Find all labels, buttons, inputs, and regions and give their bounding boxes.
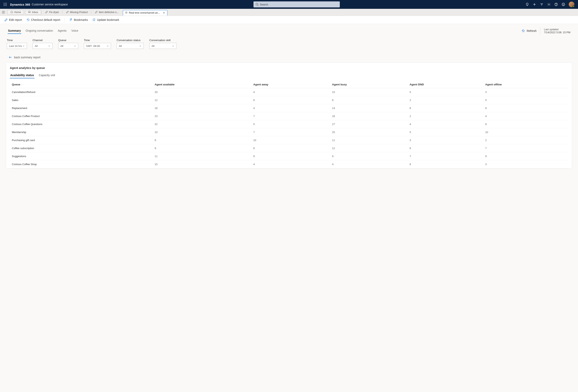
table-row[interactable]: Sales128825 bbox=[10, 96, 568, 104]
table-row[interactable]: Contoso Coffee Shop154483 bbox=[10, 160, 568, 168]
cell-value: 4 bbox=[251, 88, 330, 96]
filter-value: All bbox=[60, 44, 63, 47]
back-link[interactable]: back summary report bbox=[9, 56, 572, 59]
card-title: Agent analytics by queue bbox=[10, 66, 568, 70]
main-tab-voice[interactable]: Voice bbox=[71, 28, 79, 34]
cell-value: 2 bbox=[408, 112, 483, 120]
cell-value: 23 bbox=[152, 112, 251, 120]
cell-value: 8 bbox=[251, 144, 330, 152]
filter-dropdown[interactable]: All bbox=[58, 43, 78, 49]
cell-value: 8 bbox=[330, 96, 408, 104]
tab-home[interactable]: Home bbox=[7, 10, 24, 15]
table-row[interactable]: Coffee subscription981267 bbox=[10, 144, 568, 152]
filter-dropdown[interactable]: All bbox=[33, 43, 52, 49]
cell-value: 7 bbox=[251, 128, 330, 136]
tab-fix-dryer[interactable]: Fix dryer bbox=[42, 10, 62, 15]
table-row[interactable]: Contoso Coffee Questions3252748 bbox=[10, 120, 568, 128]
edit-report-button[interactable]: Edit report bbox=[4, 18, 22, 21]
search-input[interactable]: Search bbox=[253, 1, 340, 7]
avatar[interactable] bbox=[569, 1, 574, 7]
tab-real-time-omnichannel-an-[interactable]: Real time omnichannel an...✕ bbox=[123, 10, 167, 16]
queue-name: Membership bbox=[10, 128, 152, 136]
filter-dropdown[interactable]: GMT -08:00 bbox=[84, 43, 111, 49]
sort-asc-icon: ↑ bbox=[21, 83, 23, 86]
column-header[interactable]: Queue↑ bbox=[10, 81, 152, 88]
filter-label: Channel bbox=[33, 39, 52, 42]
cell-value: 6 bbox=[408, 144, 483, 152]
cell-value: 16 bbox=[330, 112, 408, 120]
close-icon[interactable]: ✕ bbox=[163, 11, 165, 14]
main-tab-agents[interactable]: Agents bbox=[57, 28, 67, 34]
column-header[interactable]: Agent available bbox=[152, 81, 251, 88]
table-row[interactable]: Replacement1641466 bbox=[10, 104, 568, 112]
svg-point-3 bbox=[4, 4, 4, 5]
svg-point-7 bbox=[5, 5, 6, 6]
tab-label: Real time omnichannel an... bbox=[129, 11, 160, 14]
filter-label: Queue bbox=[58, 39, 78, 42]
tab-item-defective-o-[interactable]: Item defective o... bbox=[92, 10, 122, 15]
cell-value: 7 bbox=[408, 152, 483, 160]
hamburger-icon[interactable] bbox=[0, 9, 7, 16]
cell-value: 25 bbox=[330, 128, 408, 136]
emoji-icon[interactable] bbox=[562, 2, 565, 6]
filter-dropdown[interactable]: All bbox=[117, 43, 144, 49]
tab-missing-product[interactable]: Missing Product bbox=[63, 10, 91, 15]
tab-label: Missing Product bbox=[70, 11, 88, 14]
column-header[interactable]: Agent DND bbox=[408, 81, 483, 88]
filter-label: Time bbox=[84, 39, 111, 42]
plus-icon[interactable] bbox=[533, 2, 536, 6]
table-row[interactable]: Cancellation/Refund2041553 bbox=[10, 88, 568, 96]
cell-value: 3 bbox=[483, 88, 568, 96]
cell-value: 7 bbox=[483, 144, 568, 152]
tab-inbox[interactable]: Inbox bbox=[25, 10, 41, 15]
filter-dropdown[interactable]: Last 24 hrs bbox=[7, 43, 27, 49]
search-placeholder: Search bbox=[260, 3, 268, 6]
cell-value: 5 bbox=[408, 128, 483, 136]
lightbulb-icon[interactable] bbox=[526, 2, 529, 6]
svg-point-20 bbox=[562, 3, 565, 6]
sub-tab-availability-status[interactable]: Availability status bbox=[10, 72, 35, 78]
filter-conversation-skill: Conversation skillAll bbox=[149, 39, 176, 49]
column-header[interactable]: Agent busy bbox=[330, 81, 408, 88]
gear-icon[interactable] bbox=[547, 2, 551, 6]
filter-bar: TimeLast 24 hrsChannelAllQueueAllTimeGMT… bbox=[6, 39, 572, 49]
filter-value: All bbox=[35, 44, 38, 47]
app-title: Dynamics 365 bbox=[10, 3, 30, 6]
table-row[interactable]: Suggestions119979 bbox=[10, 152, 568, 160]
column-header[interactable]: Agent away bbox=[251, 81, 330, 88]
update-bookmark-button[interactable]: Update bookmark bbox=[92, 18, 119, 21]
cell-value: 9 bbox=[330, 152, 408, 160]
svg-point-5 bbox=[6, 4, 7, 5]
table-row[interactable]: Membership10725510 bbox=[10, 128, 568, 136]
home-icon bbox=[10, 11, 13, 14]
sub-tab-capacity-unit[interactable]: Capacity unit bbox=[39, 72, 56, 78]
column-header[interactable]: Agent offline bbox=[483, 81, 568, 88]
cell-value: 10 bbox=[483, 128, 568, 136]
cell-value: 9 bbox=[251, 152, 330, 160]
help-icon[interactable] bbox=[554, 2, 558, 6]
main-tab-summary[interactable]: Summary bbox=[8, 28, 21, 34]
filter-icon[interactable] bbox=[540, 2, 543, 6]
app-subtitle: Customer service workspace bbox=[32, 3, 68, 6]
cell-value: 5 bbox=[408, 88, 483, 96]
tab-label: Item defective o... bbox=[99, 11, 119, 14]
cell-value: 3 bbox=[408, 136, 483, 144]
filter-value: All bbox=[151, 44, 154, 47]
filter-time: TimeLast 24 hrs bbox=[7, 39, 27, 49]
table-row[interactable]: Contoso Coffee Product2371624 bbox=[10, 112, 568, 120]
cell-value: 16 bbox=[152, 104, 251, 112]
cell-value: 6 bbox=[408, 104, 483, 112]
app-launcher-icon[interactable] bbox=[2, 1, 8, 8]
filter-dropdown[interactable]: All bbox=[149, 43, 176, 49]
bookmarks-button[interactable]: Bookmarks bbox=[69, 18, 88, 21]
svg-point-27 bbox=[125, 12, 127, 13]
queue-name: Contoso Coffee Questions bbox=[10, 120, 152, 128]
refresh-button[interactable]: Refresh bbox=[521, 29, 536, 33]
table-row[interactable]: Purchasing gift card8101132 bbox=[10, 136, 568, 144]
analytics-card: Agent analytics by queue Availability st… bbox=[6, 63, 572, 168]
main-tab-ongoing-conversation[interactable]: Ongoing conversation bbox=[25, 28, 53, 34]
edit-icon bbox=[66, 11, 69, 14]
analytics-table: Queue↑Agent availableAgent awayAgent bus… bbox=[10, 81, 568, 168]
checkout-report-button[interactable]: Checkout default report bbox=[27, 18, 60, 21]
cell-value: 15 bbox=[152, 160, 251, 168]
